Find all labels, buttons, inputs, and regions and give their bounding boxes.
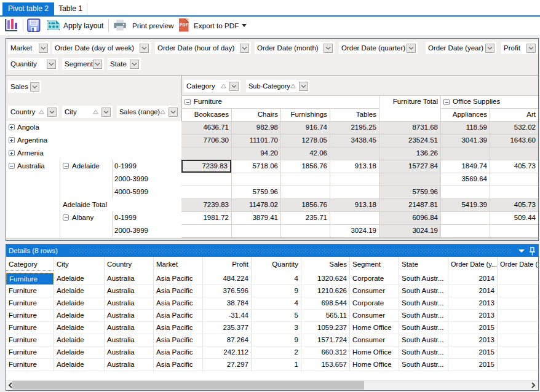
svg-text:PDF: PDF	[180, 23, 188, 27]
